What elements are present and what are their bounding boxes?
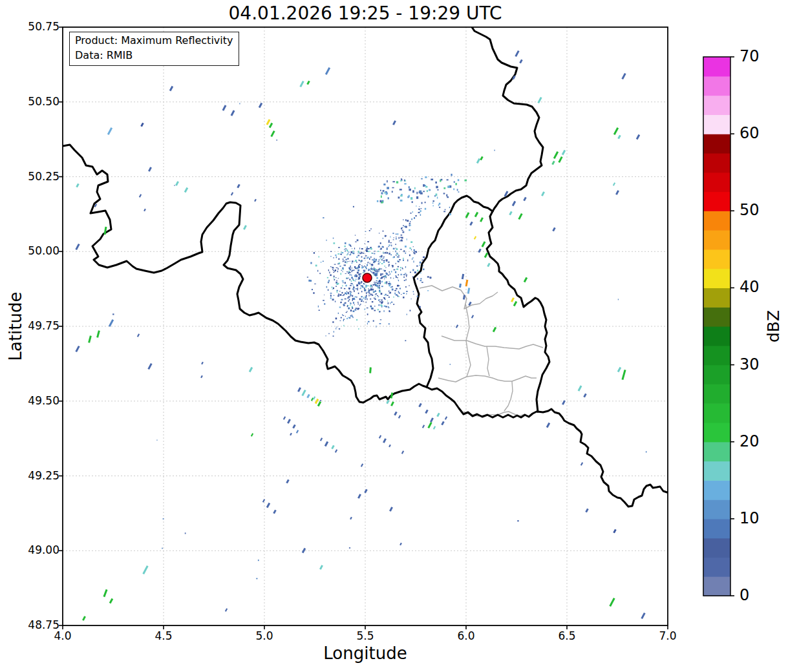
clutter-speckle (365, 243, 365, 244)
clutter-speckle (359, 299, 361, 300)
clutter-speckle (381, 286, 383, 287)
clutter-speckle (361, 252, 363, 254)
clutter-speckle (367, 247, 368, 248)
field-speckle (447, 196, 449, 198)
colorbar-segment (703, 499, 730, 519)
clutter-speckle (354, 261, 355, 262)
clutter-speckle (375, 296, 376, 297)
clutter-speckle (410, 310, 411, 311)
echo-streak (493, 328, 496, 332)
field-speckle (419, 206, 420, 207)
clutter-speckle (365, 255, 367, 257)
clutter-speckle (357, 267, 359, 268)
echo-streak (479, 249, 481, 252)
field-speckle (374, 262, 376, 262)
field-speckle (112, 313, 114, 315)
clutter-speckle (347, 261, 348, 262)
clutter-speckle (348, 271, 350, 272)
clutter-speckle (359, 247, 360, 249)
field-speckle (383, 190, 385, 192)
clutter-speckle (360, 288, 361, 289)
echo-streak (251, 434, 253, 436)
field-speckle (425, 202, 426, 203)
clutter-speckle (380, 248, 382, 250)
clutter-speckle (334, 295, 334, 296)
clutter-speckle (375, 275, 376, 277)
clutter-speckle (372, 264, 374, 266)
echo-streak (480, 218, 482, 222)
echo-streak (303, 390, 306, 396)
clutter-speckle (414, 249, 416, 251)
colorbar-tick-label: 20 (740, 432, 760, 450)
clutter-speckle (370, 248, 372, 250)
echo-streak (267, 120, 270, 125)
clutter-speckle (405, 286, 407, 288)
clutter-speckle (412, 257, 414, 258)
clutter-speckle (404, 275, 406, 275)
field-speckle (646, 451, 647, 452)
field-speckle (393, 237, 394, 238)
echo-streak (149, 364, 152, 370)
region-border (438, 375, 537, 382)
clutter-speckle (328, 269, 329, 271)
clutter-speckle (363, 270, 365, 271)
echo-streak (519, 214, 522, 220)
field-speckle (447, 179, 449, 180)
clutter-speckle (324, 303, 325, 304)
clutter-speckle (389, 266, 390, 267)
colorbar-segment (703, 192, 730, 211)
clutter-speckle (367, 241, 369, 242)
field-speckle (156, 440, 157, 441)
clutter-speckle (350, 296, 351, 297)
figure-root: 04.01.2026 19:25 - 19:29 UTC Product: Ma… (0, 0, 788, 672)
clutter-speckle (334, 278, 335, 278)
clutter-speckle (389, 281, 390, 282)
clutter-speckle (340, 254, 342, 255)
clutter-speckle (335, 286, 337, 287)
clutter-speckle (361, 267, 363, 269)
echo-streak (238, 184, 240, 187)
field-speckle (402, 230, 404, 231)
clutter-speckle (345, 293, 346, 294)
clutter-speckle (374, 310, 376, 311)
echo-streak (391, 393, 392, 399)
clutter-speckle (335, 301, 335, 302)
field-speckle (349, 547, 350, 549)
echo-streak (460, 284, 461, 288)
clutter-speckle (356, 288, 357, 289)
clutter-speckle (372, 259, 373, 260)
clutter-speckle (343, 258, 344, 260)
echo-streak (434, 426, 435, 429)
clutter-speckle (393, 304, 394, 305)
clutter-speckle (319, 256, 319, 257)
field-speckle (441, 179, 443, 181)
field-speckle (409, 186, 410, 188)
clutter-speckle (393, 257, 395, 258)
x-axis-label: Longitude (63, 644, 668, 663)
field-speckle (346, 311, 348, 312)
clutter-speckle (420, 262, 421, 264)
clutter-speckle (370, 285, 371, 287)
clutter-speckle (337, 291, 338, 293)
clutter-speckle (345, 273, 346, 274)
clutter-speckle (379, 311, 380, 312)
field-speckle (354, 304, 355, 306)
colorbar-segment (703, 269, 730, 288)
annotation-data-line: Data: RMIB (75, 48, 233, 63)
clutter-speckle (333, 257, 334, 258)
clutter-speckle (315, 265, 317, 267)
echo-streak (109, 320, 113, 327)
clutter-speckle (355, 309, 357, 311)
echo-streak (312, 398, 313, 401)
clutter-speckle (339, 291, 341, 291)
echo-streak (223, 105, 226, 110)
clutter-speckle (357, 255, 359, 257)
field-speckle (343, 315, 344, 316)
echo-streak (466, 280, 467, 286)
gridlines (63, 27, 668, 625)
clutter-speckle (367, 299, 367, 300)
clutter-speckle (379, 233, 379, 233)
clutter-speckle (346, 271, 348, 272)
field-speckle (404, 183, 406, 184)
clutter-speckle (370, 270, 371, 272)
